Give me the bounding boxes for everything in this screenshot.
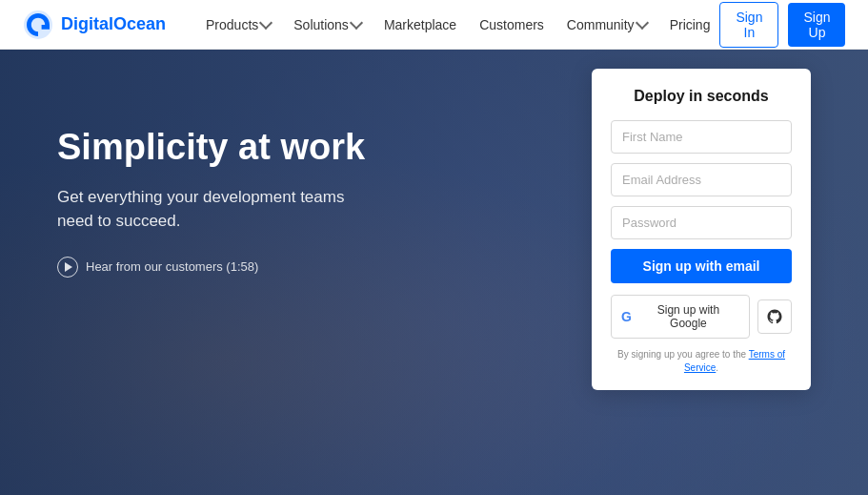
nav-links: Products Solutions Marketplace Customers… [196, 11, 719, 38]
signup-github-button[interactable] [757, 299, 792, 334]
hero-section: Simplicity at work Get everything your d… [0, 50, 868, 495]
signup-card: Deploy in seconds Sign up with email G S… [592, 69, 811, 390]
nav-actions: Sign In Sign Up [719, 2, 845, 48]
logo-icon [23, 10, 53, 40]
hero-subtitle: Get everything your development teams ne… [57, 185, 362, 234]
play-circle-icon [57, 257, 78, 278]
signup-google-button[interactable]: G Sign up with Google [611, 295, 750, 339]
nav-item-community[interactable]: Community [557, 11, 656, 38]
github-icon [766, 308, 783, 325]
tos-link[interactable]: Terms of Service [684, 349, 785, 373]
nav-item-products[interactable]: Products [196, 11, 280, 38]
alt-signup-row: G Sign up with Google [611, 295, 792, 339]
nav-item-pricing[interactable]: Pricing [660, 11, 720, 38]
first-name-input[interactable] [611, 120, 792, 154]
play-triangle-icon [65, 262, 72, 272]
hero-title: Simplicity at work [57, 126, 365, 170]
password-input[interactable] [611, 206, 792, 239]
nav-item-marketplace[interactable]: Marketplace [374, 11, 466, 38]
hero-content: Simplicity at work Get everything your d… [57, 126, 365, 278]
nav-item-solutions[interactable]: Solutions [284, 11, 371, 38]
signup-email-button[interactable]: Sign up with email [611, 249, 792, 283]
navbar: DigitalOcean Products Solutions Marketpl… [0, 0, 868, 50]
tos-text: By signing up you agree to the Terms of … [611, 348, 792, 375]
email-input[interactable] [611, 163, 792, 196]
chevron-down-icon [259, 16, 273, 30]
nav-item-customers[interactable]: Customers [470, 11, 554, 38]
card-title: Deploy in seconds [611, 88, 792, 105]
video-link[interactable]: Hear from our customers (1:58) [57, 257, 365, 278]
chevron-down-icon [636, 16, 649, 30]
chevron-down-icon [350, 16, 363, 30]
logo-text: DigitalOcean [61, 14, 166, 34]
signin-button[interactable]: Sign In [719, 2, 778, 48]
google-icon: G [621, 309, 632, 324]
signup-nav-button[interactable]: Sign Up [788, 3, 845, 47]
logo-link[interactable]: DigitalOcean [23, 10, 166, 40]
